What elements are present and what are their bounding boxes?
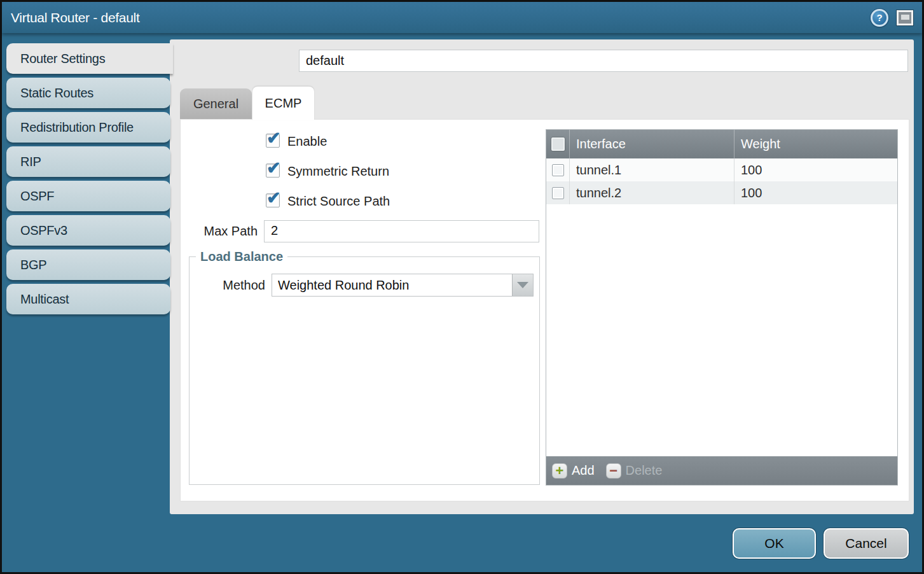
enable-checkbox[interactable]: ✔ xyxy=(266,134,280,148)
tab-ecmp[interactable]: ECMP xyxy=(252,87,314,120)
window-restore-icon-inner xyxy=(901,15,909,20)
chevron-down-icon xyxy=(517,282,528,288)
max-path-input[interactable]: 2 xyxy=(264,220,539,242)
interface-table: Interface Weight tunnel.1 100 tunnel.2 1… xyxy=(546,129,898,486)
help-icon[interactable]: ? xyxy=(871,9,888,27)
add-button[interactable]: + Add xyxy=(552,463,595,479)
dialog-title: Virtual Router - default xyxy=(11,10,140,25)
window-restore-icon[interactable] xyxy=(897,10,913,25)
cancel-button[interactable]: Cancel xyxy=(824,528,909,559)
ok-button[interactable]: OK xyxy=(733,528,816,559)
max-path-label: Max Path xyxy=(180,224,258,239)
dialog-titlebar: Virtual Router - default ? xyxy=(2,2,922,33)
table-empty-area xyxy=(546,204,897,456)
sidebar-item-static-routes[interactable]: Static Routes xyxy=(6,78,170,108)
table-row[interactable]: tunnel.2 100 xyxy=(546,181,897,204)
name-input[interactable]: default xyxy=(299,50,908,72)
weight-cell[interactable]: 100 xyxy=(734,158,897,181)
interface-cell[interactable]: tunnel.1 xyxy=(569,158,734,181)
minus-icon: − xyxy=(606,463,621,479)
check-icon: ✔ xyxy=(266,128,281,148)
strict-source-path-checkbox[interactable]: ✔ xyxy=(266,193,280,207)
sidebar-item-redistribution-profile[interactable]: Redistribution Profile xyxy=(6,112,170,143)
interface-cell[interactable]: tunnel.2 xyxy=(569,181,734,204)
virtual-router-dialog: Virtual Router - default ? Router Settin… xyxy=(0,0,924,574)
load-balance-legend: Load Balance xyxy=(196,249,287,264)
dropdown-button[interactable] xyxy=(512,274,533,296)
help-icon-glyph: ? xyxy=(876,12,882,23)
sidebar-item-router-settings[interactable]: Router Settings xyxy=(6,43,173,74)
symmetric-return-label: Symmetric Return xyxy=(287,164,389,179)
method-dropdown-value: Weighted Round Robin xyxy=(278,274,510,296)
plus-icon: + xyxy=(552,463,567,479)
strict-source-path-label: Strict Source Path xyxy=(287,194,390,209)
sidebar-item-rip[interactable]: RIP xyxy=(6,146,170,177)
table-header-row: Interface Weight xyxy=(546,130,897,158)
check-icon: ✔ xyxy=(266,188,281,208)
sidebar-item-multicast[interactable]: Multicast xyxy=(6,284,170,314)
titlebar-icons: ? xyxy=(871,9,913,27)
enable-label: Enable xyxy=(287,134,327,149)
check-icon: ✔ xyxy=(266,158,281,178)
row-checkbox[interactable] xyxy=(552,164,564,176)
delete-button[interactable]: − Delete xyxy=(606,463,663,479)
column-header-interface[interactable]: Interface xyxy=(569,130,734,158)
sidebar-item-bgp[interactable]: BGP xyxy=(6,249,170,280)
table-row[interactable]: tunnel.1 100 xyxy=(546,158,897,181)
add-button-label: Add xyxy=(572,463,595,478)
table-footer: + Add − Delete xyxy=(546,456,897,485)
tab-general[interactable]: General xyxy=(180,88,252,120)
delete-button-label: Delete xyxy=(626,463,663,478)
method-label: Method xyxy=(189,278,265,293)
symmetric-return-checkbox[interactable]: ✔ xyxy=(266,164,280,178)
row-checkbox[interactable] xyxy=(552,187,564,199)
sidebar-item-ospf[interactable]: OSPF xyxy=(6,181,170,211)
column-header-weight[interactable]: Weight xyxy=(734,130,897,158)
select-all-checkbox[interactable] xyxy=(551,137,565,151)
weight-cell[interactable]: 100 xyxy=(734,181,897,204)
method-dropdown[interactable]: Weighted Round Robin xyxy=(272,274,534,297)
sidebar-item-ospfv3[interactable]: OSPFv3 xyxy=(6,215,170,246)
